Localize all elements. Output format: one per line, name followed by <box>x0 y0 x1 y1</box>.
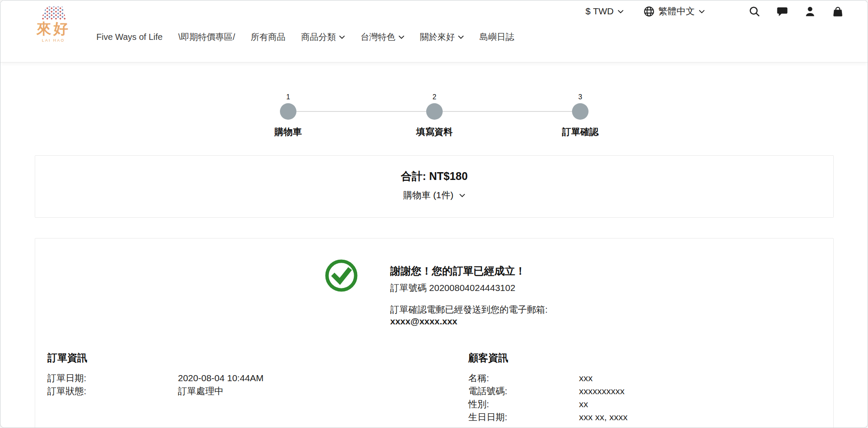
chat-icon <box>776 6 788 17</box>
logo-text-zh: 來好 <box>27 21 79 36</box>
chevron-down-icon <box>618 10 624 13</box>
account-icon <box>804 6 816 17</box>
search-icon <box>749 6 760 17</box>
nav-item-island-journal[interactable]: 島嶼日誌 <box>480 31 514 43</box>
step-number: 1 <box>253 93 323 101</box>
customer-phone-label: 電話號碼: <box>468 385 579 398</box>
order-date-value: 2020-08-04 10:44AM <box>178 372 263 385</box>
customer-info-row: 性別: xx <box>468 398 628 411</box>
customer-name-value: xxx <box>579 372 593 385</box>
nav-item-taiwan-features[interactable]: 台灣特色 <box>361 31 404 43</box>
chat-button[interactable] <box>776 5 788 17</box>
order-date-label: 訂單日期: <box>47 372 178 385</box>
step-fill-info: 2 填寫資料 <box>400 93 469 138</box>
chevron-down-icon <box>339 35 345 39</box>
currency-selector[interactable]: $ TWD <box>585 6 624 16</box>
step-circle <box>572 103 589 120</box>
logo-dots-pattern <box>41 7 66 20</box>
customer-birthday-label: 生日日期: <box>468 411 579 424</box>
account-button[interactable] <box>804 5 816 17</box>
step-circle <box>426 103 443 120</box>
chevron-down-icon <box>459 193 465 197</box>
customer-info-row: 名稱: xxx <box>468 372 628 385</box>
step-number: 3 <box>546 93 615 101</box>
order-total: 合計: NT$180 <box>35 169 833 183</box>
order-info-row: 訂單狀態: 訂單處理中 <box>47 385 263 398</box>
nav-item-flash-sale[interactable]: \即期特價專區/ <box>178 31 235 43</box>
cart-button[interactable] <box>832 5 844 17</box>
step-circle <box>280 103 296 120</box>
confirmation-message: 謝謝您！您的訂單已經成立！ 訂單號碼 20200804024443102 訂單確… <box>390 265 548 327</box>
order-confirmation-panel: 謝謝您！您的訂單已經成立！ 訂單號碼 20200804024443102 訂單確… <box>35 238 834 428</box>
email-address: xxxx@xxxx.xxx <box>390 315 548 327</box>
nav-item-categories[interactable]: 商品分類 <box>301 31 345 43</box>
browser-page: 來好 LAI HAO Five Ways of Life \即期特價專區/ 所有… <box>0 0 868 428</box>
nav-item-all-products[interactable]: 所有商品 <box>251 31 286 43</box>
checkout-progress: 1 購物車 2 填寫資料 3 訂單確認 <box>0 93 868 138</box>
customer-info-section: 顧客資訊 名稱: xxx 電話號碼: xxxxxxxxxx 性別: xx 生日日… <box>468 351 628 424</box>
language-selector[interactable]: 繁體中文 <box>644 5 705 17</box>
nav-item-five-ways-of-life[interactable]: Five Ways of Life <box>96 32 163 42</box>
order-summary-panel: 合計: NT$180 購物車 (1件) <box>35 155 834 218</box>
order-info-section: 訂單資訊 訂單日期: 2020-08-04 10:44AM 訂單狀態: 訂單處理… <box>47 351 263 398</box>
customer-gender-value: xx <box>579 398 588 411</box>
brand-logo[interactable]: 來好 LAI HAO <box>27 7 79 42</box>
order-status-label: 訂單狀態: <box>47 385 178 398</box>
email-notice: 訂單確認電郵已經發送到您的電子郵箱: <box>390 304 548 315</box>
site-header: 來好 LAI HAO Five Ways of Life \即期特價專區/ 所有… <box>0 0 868 62</box>
main-nav: Five Ways of Life \即期特價專區/ 所有商品 商品分類 台灣特… <box>96 31 514 43</box>
customer-gender-label: 性別: <box>468 398 579 411</box>
success-check-icon <box>324 258 358 293</box>
step-number: 2 <box>400 93 469 101</box>
customer-birthday-value: xxx xx, xxxx <box>579 411 628 424</box>
search-button[interactable] <box>748 5 760 17</box>
cart-items-toggle[interactable]: 購物車 (1件) <box>403 189 465 201</box>
customer-info-row: 生日日期: xxx xx, xxxx <box>468 411 628 424</box>
order-status-value: 訂單處理中 <box>178 385 224 398</box>
customer-name-label: 名稱: <box>468 372 579 385</box>
chevron-down-icon <box>699 10 705 13</box>
order-info-heading: 訂單資訊 <box>47 351 263 365</box>
step-label: 購物車 <box>253 126 323 138</box>
customer-info-row: 電話號碼: xxxxxxxxxx <box>468 385 628 398</box>
order-info-row: 訂單日期: 2020-08-04 10:44AM <box>47 372 263 385</box>
step-label: 填寫資料 <box>400 126 469 138</box>
logo-text-en: LAI HAO <box>27 38 79 42</box>
nav-item-about-laihao[interactable]: 關於來好 <box>420 31 464 43</box>
chevron-down-icon <box>458 35 464 39</box>
step-cart: 1 購物車 <box>253 93 323 138</box>
utility-bar: $ TWD 繁體中文 <box>585 5 844 17</box>
order-number: 訂單號碼 20200804024443102 <box>390 282 548 294</box>
chevron-down-icon <box>398 35 404 39</box>
globe-icon <box>644 6 654 17</box>
step-order-confirm: 3 訂單確認 <box>546 93 615 138</box>
customer-phone-value: xxxxxxxxxx <box>579 385 625 398</box>
cart-icon <box>832 6 844 17</box>
confirmation-title: 謝謝您！您的訂單已經成立！ <box>390 265 548 278</box>
step-label: 訂單確認 <box>546 126 615 138</box>
customer-info-heading: 顧客資訊 <box>468 351 628 365</box>
